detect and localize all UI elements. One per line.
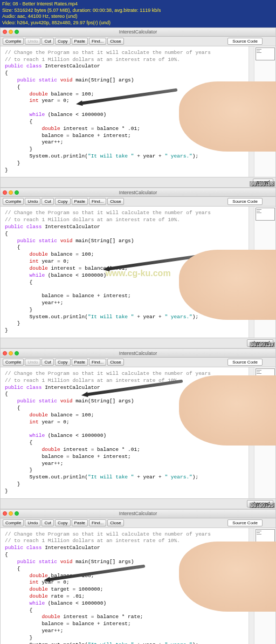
source-code-tab[interactable]: Source Code (227, 359, 263, 366)
undo-button[interactable]: Undo (25, 198, 40, 205)
paste-button[interactable]: Paste (72, 198, 88, 205)
paste-button[interactable]: Paste (72, 519, 88, 526)
source-code-tab[interactable]: Source Code (227, 198, 263, 205)
code-editor[interactable]: // Change the Program so that it will ca… (1, 46, 249, 177)
video-info: Video: h264, yuv420p, 852x480, 29.97 fps… (2, 20, 274, 26)
media-info-header: File: 08 - Better Interest Rates.mp4 Siz… (0, 0, 276, 28)
maximize-icon[interactable] (15, 190, 19, 195)
timestamp: 00:00:08 (250, 181, 275, 187)
find-button[interactable]: Find... (89, 198, 106, 205)
compile-button[interactable]: Compile (3, 198, 24, 205)
size-info: Size: 5316242 bytes (5.07 MiB), duration… (2, 8, 274, 14)
close-icon[interactable] (3, 190, 7, 195)
scrollbar[interactable] (249, 207, 254, 338)
compile-button[interactable]: Compile (3, 519, 24, 526)
editor-footer: changed (1, 338, 275, 348)
cut-button[interactable]: Cut (42, 359, 53, 366)
window-titlebar: InterestCalculator (1, 349, 275, 358)
window-title: InterestCalculator (119, 511, 157, 516)
close-button[interactable]: Close (107, 198, 123, 205)
find-button[interactable]: Find... (89, 519, 106, 526)
editor-footer: saved (1, 177, 275, 187)
editor-panel-4: InterestCalculator Compile Undo Cut Copy… (0, 509, 276, 644)
close-button[interactable]: Close (107, 38, 123, 45)
compile-button[interactable]: Compile (3, 359, 24, 366)
window-titlebar: InterestCalculator (1, 28, 275, 37)
source-code-tab[interactable]: Source Code (227, 519, 263, 526)
window-titlebar: InterestCalculator (1, 510, 275, 518)
cut-button[interactable]: Cut (42, 519, 53, 526)
window-title: InterestCalculator (119, 351, 157, 356)
editor-panel-3: InterestCalculator Compile Undo Cut Copy… (0, 348, 276, 509)
window-title: InterestCalculator (119, 29, 157, 35)
close-icon[interactable] (3, 30, 7, 34)
timestamp: 00:00:17 (250, 342, 275, 347)
close-button[interactable]: Close (107, 519, 123, 526)
maximize-icon[interactable] (15, 30, 19, 34)
minimap[interactable]: ▬▬▬▬▬▬▬▬ (254, 207, 275, 338)
toolbar: Compile Undo Cut Copy Paste Find... Clos… (1, 518, 275, 528)
paste-button[interactable]: Paste (72, 38, 88, 45)
find-button[interactable]: Find... (89, 359, 106, 366)
minimize-icon[interactable] (9, 511, 13, 516)
cut-button[interactable]: Cut (42, 38, 53, 45)
copy-button[interactable]: Copy (55, 198, 71, 205)
minimap[interactable]: ▬▬▬▬▬▬▬▬ (254, 46, 275, 177)
find-button[interactable]: Find... (89, 38, 106, 45)
scrollbar[interactable] (249, 46, 254, 177)
minimap[interactable]: ▬▬▬▬▬▬▬▬ (254, 367, 275, 498)
source-code-tab[interactable]: Source Code (227, 38, 263, 45)
maximize-icon[interactable] (15, 511, 19, 516)
minimize-icon[interactable] (9, 190, 13, 195)
paste-button[interactable]: Paste (72, 359, 88, 366)
copy-button[interactable]: Copy (55, 359, 71, 366)
minimize-icon[interactable] (9, 30, 13, 34)
minimap[interactable]: ▬▬▬▬▬▬▬▬ (254, 528, 275, 644)
timestamp: 00:00:25 (250, 503, 275, 508)
toolbar: Compile Undo Cut Copy Paste Find... Clos… (1, 358, 275, 367)
copy-button[interactable]: Copy (55, 519, 71, 526)
code-editor[interactable]: // Change the Program so that it will ca… (1, 207, 249, 338)
copy-button[interactable]: Copy (55, 38, 71, 45)
editor-footer: changed (1, 498, 275, 509)
maximize-icon[interactable] (15, 351, 19, 355)
toolbar: Compile Undo Cut Copy Paste Find... Clos… (1, 37, 275, 46)
editor-panel-2: InterestCalculator Compile Undo Cut Copy… (0, 188, 276, 348)
close-icon[interactable] (3, 351, 7, 355)
close-icon[interactable] (3, 511, 7, 516)
audio-info: Audio: aac, 44100 Hz, stereo (und) (2, 13, 274, 20)
close-button[interactable]: Close (107, 359, 123, 366)
window-title: InterestCalculator (119, 190, 157, 195)
toolbar: Compile Undo Cut Copy Paste Find... Clos… (1, 197, 275, 207)
scrollbar[interactable] (249, 367, 254, 498)
window-titlebar: InterestCalculator (1, 188, 275, 197)
scrollbar[interactable] (249, 528, 254, 644)
code-editor[interactable]: // Change the Program so that it will ca… (1, 528, 249, 644)
cut-button[interactable]: Cut (42, 198, 53, 205)
code-editor[interactable]: // Change the Program so that it will ca… (1, 367, 249, 498)
undo-button[interactable]: Undo (25, 359, 40, 366)
file-info: File: 08 - Better Interest Rates.mp4 (2, 1, 274, 8)
compile-button[interactable]: Compile (3, 38, 24, 45)
undo-button[interactable]: Undo (25, 519, 40, 526)
undo-button[interactable]: Undo (25, 38, 40, 45)
minimize-icon[interactable] (9, 351, 13, 355)
editor-panel-1: InterestCalculator Compile Undo Cut Copy… (0, 28, 276, 188)
